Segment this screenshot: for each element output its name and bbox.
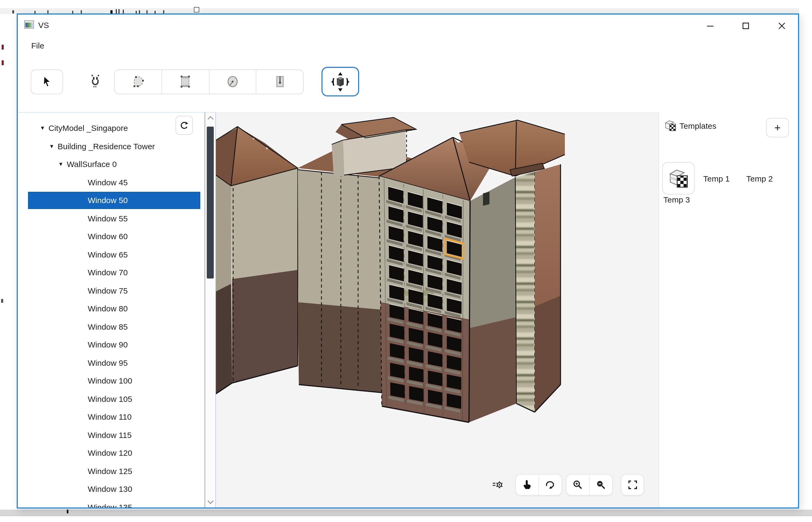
tree-item-label: Window 130 — [88, 480, 132, 498]
refresh-icon — [179, 120, 189, 130]
background-artifact — [2, 45, 4, 49]
tree-item-label: Window 90 — [88, 336, 128, 354]
zoom-out-button[interactable] — [590, 475, 612, 495]
tree-item[interactable]: Window 115 — [18, 426, 205, 444]
fullscreen-button-wrap — [621, 474, 644, 496]
tree-item[interactable]: Window 110 — [18, 408, 205, 426]
close-button[interactable] — [770, 15, 794, 37]
scrollbar-thumb[interactable] — [207, 126, 214, 279]
pan-hand-icon — [522, 479, 532, 490]
scroll-down-icon[interactable] — [206, 498, 215, 506]
tree-item[interactable]: Window 45 — [18, 173, 205, 191]
tree-item[interactable]: Window 65 — [18, 245, 205, 263]
tree-item[interactable]: Window 95 — [18, 354, 205, 372]
tree-expand-icon[interactable]: ▼ — [40, 119, 45, 137]
magnet-icon — [89, 74, 102, 90]
tree-item[interactable]: Window 70 — [18, 263, 205, 281]
cursor-icon — [41, 75, 53, 88]
template-item-1[interactable]: Temp 1 — [703, 174, 730, 183]
rectangle-tool-button[interactable] — [162, 70, 209, 94]
template-cube-icon — [668, 168, 689, 188]
fullscreen-icon — [628, 481, 637, 489]
tree-item[interactable]: Window 135 — [18, 498, 205, 507]
maximize-button[interactable] — [734, 15, 757, 37]
background-strip — [0, 509, 812, 516]
tree-item-label: Window 125 — [88, 462, 132, 480]
polygon-tool-button[interactable] — [115, 70, 162, 94]
tree-item-label: WallSurface 0 — [67, 155, 117, 173]
tree-expand-icon[interactable]: ▼ — [49, 137, 55, 155]
rotate-icon — [545, 480, 556, 490]
tree-scrollbar[interactable] — [205, 113, 215, 507]
tree-item-label: Window 95 — [88, 354, 128, 372]
tree-item[interactable]: Window 55 — [18, 209, 205, 227]
tree-item[interactable]: Window 100 — [18, 372, 205, 390]
rotate-button[interactable] — [539, 475, 562, 495]
tree-item-label: Window 105 — [88, 390, 132, 408]
fullscreen-button[interactable] — [621, 475, 643, 495]
shape-tools-group — [114, 69, 304, 94]
templates-panel: Templates + Temp 1 Temp 2 Temp 3 — [659, 112, 798, 507]
tree-item[interactable]: Window 85 — [18, 318, 205, 336]
circle-tool-button[interactable] — [209, 70, 256, 94]
tree-item[interactable]: Window 125 — [18, 462, 205, 480]
tree-item[interactable]: Window 80 — [18, 300, 205, 318]
minimize-button[interactable] — [699, 15, 722, 37]
tree-item[interactable]: Window 105 — [18, 390, 205, 408]
tree-item[interactable]: ▼WallSurface 0 — [18, 155, 205, 173]
background-window-remnant — [0, 8, 799, 14]
circle-tool-icon — [225, 74, 241, 89]
rectangle-tool-icon — [177, 74, 193, 89]
tree-list: ▼CityModel _Singapore▼Building _Residenc… — [18, 113, 205, 507]
background-artifact — [1, 299, 3, 303]
pan-cube-icon — [329, 71, 352, 93]
pan-hand-button[interactable] — [516, 475, 539, 495]
polygon-tool-icon — [130, 74, 146, 89]
maximize-icon — [743, 23, 749, 29]
add-template-button[interactable]: + — [766, 118, 789, 137]
magnet-tool-button[interactable] — [88, 73, 102, 91]
plumb-tool-button[interactable] — [256, 70, 304, 94]
tree-item[interactable]: Window 60 — [18, 227, 205, 245]
template-item-2[interactable]: Temp 2 — [746, 174, 773, 183]
tree-item-label: Window 70 — [88, 263, 128, 281]
pan-rotate-group — [515, 474, 562, 496]
tree-item-label: Window 65 — [88, 245, 128, 263]
titlebar[interactable]: VS — [18, 15, 798, 37]
tree-item[interactable]: Window 50 — [18, 191, 205, 209]
tree-item[interactable]: ▼Building _Residence Tower — [18, 137, 205, 155]
display-settings-icon[interactable] — [493, 481, 503, 490]
zoom-in-icon — [573, 480, 583, 490]
tree-item-label: Building _Residence Tower — [58, 137, 155, 155]
templates-title: Templates — [680, 121, 716, 130]
navigate-tool-button[interactable] — [321, 67, 359, 96]
window-title: VS — [38, 20, 49, 29]
templates-icon — [664, 120, 677, 132]
select-tool-button[interactable] — [31, 69, 63, 94]
tree-item[interactable]: Window 75 — [18, 281, 205, 300]
building-model-3d[interactable] — [216, 113, 658, 507]
scroll-up-icon[interactable] — [206, 114, 215, 122]
menu-file[interactable]: File — [29, 40, 46, 51]
tree-expand-icon[interactable]: ▼ — [58, 155, 64, 173]
viewport-3d[interactable] — [216, 112, 659, 507]
model-tree-panel: ▼CityModel _Singapore▼Building _Residenc… — [18, 112, 216, 507]
menubar: File — [18, 37, 798, 57]
tree-item[interactable]: Window 90 — [18, 336, 205, 354]
tree-item-label: Window 75 — [88, 281, 128, 300]
tree-item-label: Window 135 — [88, 498, 132, 507]
tree-item[interactable]: Window 120 — [18, 444, 205, 462]
tree-item[interactable]: Window 130 — [18, 480, 205, 498]
background-artifact — [2, 60, 4, 65]
tree-item-label: CityModel _Singapore — [48, 119, 128, 137]
template-item-3[interactable]: Temp 3 — [663, 195, 690, 204]
zoom-in-button[interactable] — [566, 475, 590, 495]
refresh-button[interactable] — [175, 116, 193, 135]
tree-item-label: Window 50 — [88, 191, 128, 209]
tree-item-label: Window 55 — [88, 209, 128, 227]
template-thumbnail[interactable] — [662, 162, 694, 195]
tree-item-label: Window 100 — [88, 372, 132, 390]
close-icon — [778, 23, 785, 29]
tree-item-label: Window 80 — [88, 300, 128, 318]
main-content: ▼CityModel _Singapore▼Building _Residenc… — [18, 112, 798, 507]
